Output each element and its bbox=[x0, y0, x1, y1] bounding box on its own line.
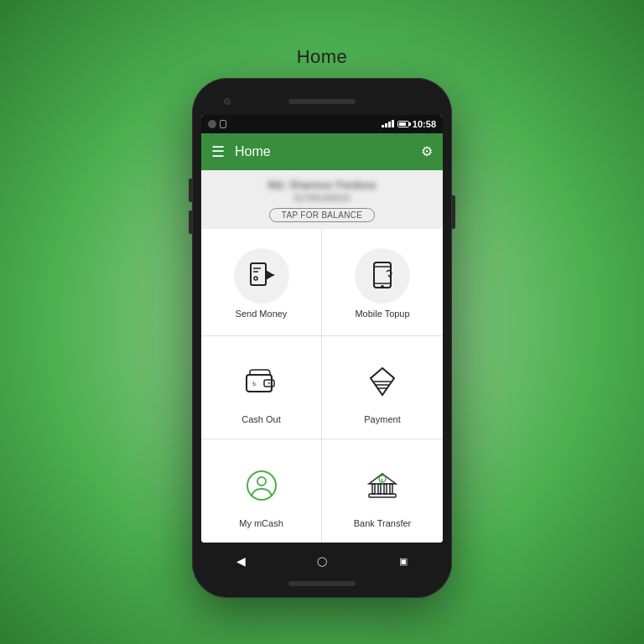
signal-bar-1 bbox=[382, 125, 384, 127]
payment-icon bbox=[364, 363, 401, 400]
tap-for-balance-button[interactable]: TAP FOR BALANCE bbox=[269, 208, 375, 222]
send-money-item[interactable]: Send Money bbox=[201, 229, 322, 336]
my-mcash-icon-wrapper bbox=[234, 458, 289, 513]
svg-point-9 bbox=[381, 285, 384, 288]
bank-transfer-item[interactable]: $ Bank Transfer bbox=[322, 439, 443, 543]
recents-button[interactable]: ▣ bbox=[392, 549, 415, 573]
earpiece-speaker bbox=[288, 99, 356, 104]
bank-transfer-icon-wrapper: $ bbox=[355, 458, 410, 513]
send-money-label: Send Money bbox=[236, 309, 288, 319]
settings-icon[interactable]: ⚙ bbox=[421, 143, 433, 159]
bottom-speaker bbox=[288, 581, 356, 586]
svg-rect-22 bbox=[378, 484, 381, 494]
mobile-topup-icon bbox=[365, 258, 400, 293]
mobile-topup-label: Mobile Topup bbox=[355, 309, 409, 319]
my-mcash-item[interactable]: My mCash bbox=[201, 439, 322, 543]
app-bar: ☰ Home ⚙ bbox=[201, 133, 443, 170]
signal-icon bbox=[208, 120, 216, 128]
app-bar-title: Home bbox=[235, 144, 421, 159]
lock-icon bbox=[220, 120, 226, 128]
signal-bar-2 bbox=[385, 123, 387, 127]
mobile-topup-icon-wrapper bbox=[355, 248, 410, 304]
cash-out-icon-wrapper: ৳ bbox=[234, 354, 289, 409]
payment-icon-wrapper bbox=[355, 354, 410, 409]
volume-up-button bbox=[189, 179, 192, 202]
profile-name: Md. Shamour Ferdous bbox=[267, 179, 376, 191]
profile-section: Md. Shamour Ferdous 01766190015 TAP FOR … bbox=[201, 170, 443, 229]
battery-icon bbox=[397, 121, 409, 127]
phone-device: 10:58 ☰ Home ⚙ Md. Shamour Ferdous 01766… bbox=[192, 78, 452, 598]
send-money-icon bbox=[244, 258, 279, 293]
menu-grid: Send Money Mobile Topup bbox=[201, 229, 443, 543]
svg-rect-24 bbox=[390, 484, 392, 494]
hamburger-menu-icon[interactable]: ☰ bbox=[211, 143, 225, 161]
volume-down-button bbox=[189, 210, 192, 234]
bank-transfer-label: Bank Transfer bbox=[354, 518, 411, 528]
battery-fill bbox=[399, 122, 406, 126]
status-left-icons bbox=[208, 120, 226, 128]
cash-out-item[interactable]: ৳ Cash Out bbox=[201, 336, 322, 440]
cash-out-icon: ৳ bbox=[243, 363, 280, 400]
home-button[interactable]: ◯ bbox=[310, 549, 334, 573]
signal-bar-3 bbox=[388, 122, 391, 127]
svg-point-3 bbox=[254, 277, 257, 280]
front-camera bbox=[224, 98, 231, 105]
mobile-topup-item[interactable]: Mobile Topup bbox=[322, 229, 443, 336]
svg-rect-23 bbox=[384, 484, 387, 494]
status-bar: 10:58 bbox=[201, 115, 443, 133]
status-right-icons: 10:58 bbox=[382, 119, 436, 129]
power-button bbox=[452, 195, 455, 229]
clock-display: 10:58 bbox=[413, 119, 436, 129]
phone-nav-bar: ◀ ◯ ▣ bbox=[200, 546, 444, 576]
signal-bar-4 bbox=[392, 120, 394, 127]
phone-top-bar bbox=[200, 90, 444, 113]
phone-screen: 10:58 ☰ Home ⚙ Md. Shamour Ferdous 01766… bbox=[201, 115, 443, 543]
bank-transfer-icon: $ bbox=[364, 467, 401, 504]
page-title-text: Home bbox=[297, 46, 348, 68]
cash-out-label: Cash Out bbox=[242, 414, 280, 424]
svg-rect-21 bbox=[372, 484, 375, 494]
profile-number: 01766190015 bbox=[293, 193, 350, 203]
svg-rect-0 bbox=[251, 263, 266, 285]
svg-point-12 bbox=[267, 382, 270, 384]
payment-label: Payment bbox=[364, 414, 400, 424]
back-button[interactable]: ◀ bbox=[229, 549, 252, 573]
my-mcash-icon bbox=[243, 467, 280, 504]
svg-point-18 bbox=[257, 477, 266, 486]
my-mcash-label: My mCash bbox=[239, 518, 283, 528]
signal-bars-icon bbox=[382, 120, 394, 127]
svg-text:৳: ৳ bbox=[252, 378, 257, 388]
send-money-icon-wrapper bbox=[234, 248, 289, 304]
payment-item[interactable]: Payment bbox=[322, 336, 443, 440]
